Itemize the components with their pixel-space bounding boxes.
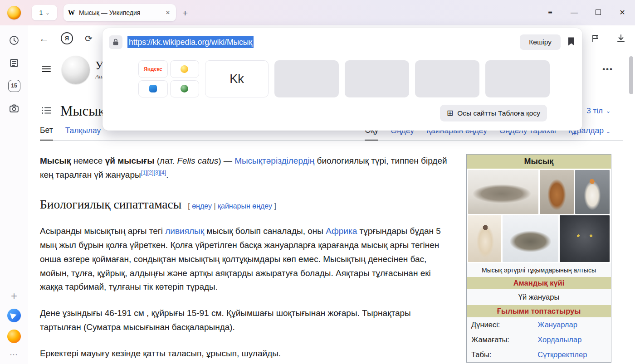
ref-4[interactable]: [4] — [160, 170, 166, 176]
sidebar-bottom: + ⋯ — [7, 291, 21, 364]
empty-tile-2[interactable] — [345, 60, 409, 97]
url-bar: https://kk.wikipedia.org/wiki/Мысық Көші… — [103, 32, 582, 52]
edit-source-link[interactable]: қайнарын өңдеу — [218, 202, 272, 210]
back-button[interactable]: ← — [39, 33, 49, 44]
cat-photo-siamese[interactable] — [468, 215, 501, 262]
download-icon[interactable] — [616, 34, 626, 44]
cat-photo-tabby-lying[interactable] — [468, 170, 538, 214]
tab-counter-value: 1 — [39, 9, 43, 16]
tile-yandex[interactable]: Яндекс — [138, 60, 168, 78]
intro-latin-name: Felis catus — [177, 156, 218, 165]
scrollbar-thumb[interactable] — [629, 56, 633, 94]
tile-zen[interactable] — [170, 60, 200, 78]
history-icon[interactable] — [7, 34, 21, 47]
tab-title: Мысық — Уикипедия — [79, 9, 160, 16]
maximize-button[interactable] — [594, 9, 603, 16]
link-felidae[interactable]: Мысықтәрізділердің — [234, 156, 314, 165]
reload-button[interactable]: ⟳ — [85, 33, 93, 44]
address-input[interactable]: https://kk.wikipedia.org/wiki/Мысық — [127, 38, 254, 47]
tab-close-icon[interactable]: ✕ — [164, 9, 171, 17]
minimize-button[interactable]: — — [570, 9, 579, 16]
cat-photo-tabby-walking[interactable] — [503, 215, 558, 262]
lock-icon[interactable] — [109, 35, 122, 49]
chevron-down-icon: ⌄ — [606, 108, 611, 114]
add-row: ⊞ Осы сайтты Таблоға қосу — [103, 105, 582, 121]
taxonomy-table: Дүниесі: Жануарлар Жамағаты: Хордалылар … — [467, 317, 611, 362]
tab-counter-button[interactable]: 1 ⌄ — [32, 5, 57, 20]
taxonomy-label: Табы: — [467, 347, 533, 362]
screenshot-icon[interactable] — [7, 102, 21, 115]
header-more-icon[interactable]: ••• — [602, 65, 613, 74]
photo-row-2 — [468, 215, 610, 262]
tile-market[interactable] — [170, 80, 200, 98]
page-title: Мысық — [60, 103, 105, 119]
article-body: Мысық немесе үй мысығы (лат. Felis catus… — [40, 154, 611, 364]
empty-tile-4[interactable] — [485, 60, 550, 97]
url-selected-text: https://kk.wikipedia.org/wiki/Мысық — [127, 36, 254, 48]
taxonomy-label: Жамағаты: — [467, 332, 533, 347]
bookmark-icon[interactable] — [567, 37, 575, 48]
main-menu-icon[interactable] — [42, 65, 51, 74]
ref-2[interactable]: [2] — [147, 170, 154, 176]
wikipedia-logo[interactable] — [62, 56, 90, 84]
paragraph-2: Дене ұзындығы 46-191 см , құйрығы 15-91 … — [40, 306, 450, 335]
sidebar-add-button[interactable]: + — [11, 291, 17, 301]
profile-avatar[interactable] — [7, 6, 21, 19]
zen-icon — [181, 65, 188, 73]
wikipedia-favicon-icon: W — [68, 9, 75, 17]
feed-icon[interactable] — [7, 56, 21, 70]
languages-button[interactable]: 3 тіл ⌄ — [586, 107, 611, 116]
p1-text-1: Асыранды мысықтың арғы тегі — [40, 226, 165, 236]
tab-page[interactable]: Бет — [40, 126, 53, 141]
yandex-browser-icon[interactable] — [7, 309, 21, 322]
photo-row-1 — [468, 170, 610, 214]
link-animalia[interactable]: Жануарлар — [537, 320, 577, 329]
cat-photo-white-orange[interactable] — [575, 170, 610, 214]
contents-icon[interactable] — [42, 107, 51, 116]
article-text: Мысық немесе үй мысығы (лат. Felis catus… — [40, 154, 450, 364]
counter-badge[interactable]: 15 — [7, 79, 21, 92]
tile-kk-wikipedia[interactable]: Kk — [205, 60, 269, 97]
add-to-tablo-button[interactable]: ⊞ Осы сайтты Таблоға қосу — [440, 105, 547, 121]
yandex-service-icon[interactable] — [7, 330, 21, 343]
cat-photo-abyssinian[interactable] — [540, 170, 574, 214]
browser-tab[interactable]: W Мысық — Уикипедия ✕ — [64, 4, 176, 21]
empty-tile-1[interactable] — [274, 60, 339, 97]
edit-link[interactable]: өңдеу — [192, 202, 212, 210]
cat-photo-gray-closeup[interactable] — [560, 215, 610, 262]
badge-count: 15 — [8, 80, 20, 92]
link-africa[interactable]: Африка — [326, 226, 357, 236]
sidebar-overflow-icon[interactable]: ⋯ — [10, 349, 19, 359]
mail-icon — [149, 85, 157, 92]
section-heading: Биологиялық сипаттамасы — [40, 194, 181, 215]
p1-text-2: мысық болып саналады, оны — [204, 226, 326, 236]
link-chordata[interactable]: Хордалылар — [537, 335, 581, 344]
new-tab-button[interactable]: + — [182, 8, 188, 18]
intro-paragraph: Мысық немесе үй мысығы (лат. Felis catus… — [40, 154, 450, 182]
chevron-down-icon: ⌄ — [45, 10, 49, 16]
link-mammalia[interactable]: Сүтқоректілер — [537, 350, 587, 359]
tab-talk[interactable]: Талқылау — [65, 126, 101, 140]
window-controls: ≡ — ✕ — [546, 9, 627, 16]
ref-1[interactable]: [1] — [141, 170, 147, 176]
ref-3[interactable]: [3] — [153, 170, 160, 176]
chevron-down-icon: ⌄ — [606, 128, 611, 135]
infobox-taxonomy-header: Ғылыми топтастыруы — [467, 305, 611, 317]
extensions-icon[interactable] — [591, 34, 601, 44]
yandex-search-icon[interactable]: Я — [61, 32, 73, 44]
copy-url-button[interactable]: Көшіру — [520, 34, 561, 50]
empty-tile-3[interactable] — [415, 60, 479, 97]
sidebar: 15 + ⋯ — [0, 25, 28, 364]
page-scrollbar[interactable] — [629, 54, 634, 361]
tablo-tiles: Яндекс Kk — [138, 60, 582, 97]
p1-text-3: тұрғындары бұдан 5 мың жыл бұрын қолға ү… — [40, 226, 441, 291]
intro-text-2: (лат. — [154, 156, 177, 165]
table-row: Дүниесі: Жануарлар — [467, 317, 611, 332]
intro-text-1: немесе — [71, 156, 105, 165]
close-button[interactable]: ✕ — [618, 9, 627, 16]
browser-menu-icon[interactable]: ≡ — [546, 9, 555, 16]
intro-bold-2: үй мысығы — [105, 156, 155, 165]
add-to-tablo-label: Осы сайтты Таблоға қосу — [457, 109, 540, 117]
link-libyan-cat[interactable]: ливиялық — [165, 226, 204, 236]
tile-mail[interactable] — [138, 80, 168, 98]
